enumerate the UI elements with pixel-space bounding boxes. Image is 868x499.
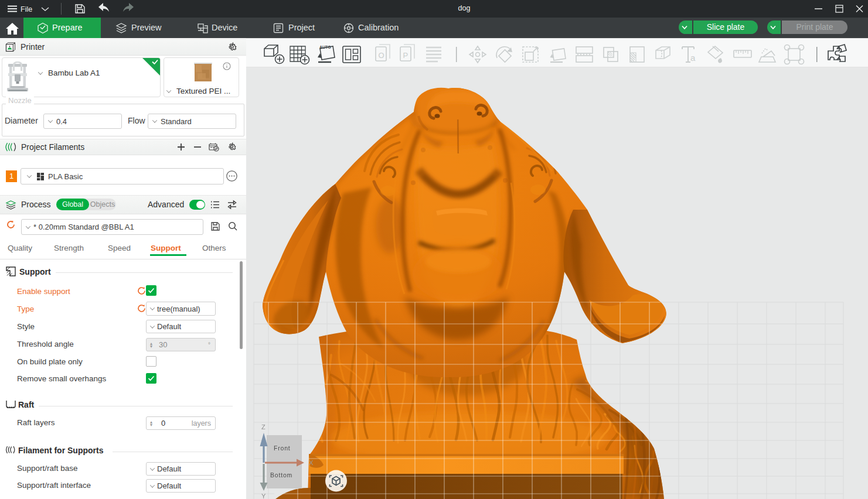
svg-text:X: X xyxy=(309,459,314,466)
svg-text:Y: Y xyxy=(261,493,266,499)
svg-text:P: P xyxy=(403,51,409,60)
svg-text:File: File xyxy=(21,5,32,13)
svg-text:Front: Front xyxy=(274,445,291,452)
svg-text:O: O xyxy=(379,51,384,60)
svg-text:Bottom: Bottom xyxy=(270,471,292,479)
svg-text:AUTO: AUTO xyxy=(319,45,331,49)
svg-text:Z: Z xyxy=(261,423,265,430)
svg-text:a: a xyxy=(690,53,696,63)
